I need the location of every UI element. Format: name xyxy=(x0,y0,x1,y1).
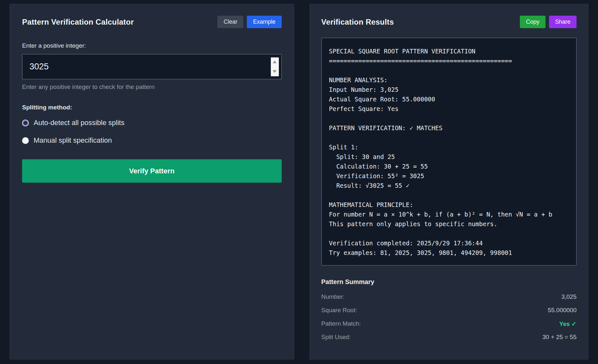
pattern-summary-heading: Pattern Summary xyxy=(321,278,577,286)
radio-option-manual-split[interactable]: Manual split specification xyxy=(22,136,282,145)
integer-input-label: Enter a positive integer: xyxy=(22,42,282,49)
radio-selected-icon[interactable] xyxy=(22,120,29,126)
summary-row-split-used: Split Used: 30 + 25 = 55 xyxy=(321,330,577,344)
summary-value: 30 + 25 = 55 xyxy=(542,334,577,341)
results-header: Verification Results Copy Share xyxy=(321,16,577,28)
summary-value: 55.000000 xyxy=(548,307,577,314)
page-title: Pattern Verification Calculator xyxy=(22,18,134,27)
radio-option-auto-detect[interactable]: Auto-detect all possible splits xyxy=(22,119,282,127)
summary-row-square-root: Square Root: 55.000000 xyxy=(321,304,577,317)
summary-label: Split Used: xyxy=(321,334,351,341)
share-button[interactable]: Share xyxy=(549,16,577,28)
integer-input-wrap xyxy=(22,54,282,79)
splitting-method-label: Splitting method: xyxy=(22,104,282,111)
summary-value-pattern-match: Yes ✓ xyxy=(559,320,577,328)
calculator-panel: Pattern Verification Calculator Clear Ex… xyxy=(10,4,294,360)
number-spinner xyxy=(271,57,279,76)
copy-button[interactable]: Copy xyxy=(520,16,545,28)
summary-label: Number: xyxy=(321,293,345,300)
summary-label: Pattern Match: xyxy=(321,320,361,327)
verification-output-text: SPECIAL SQUARE ROOT PATTERN VERIFICATION… xyxy=(329,46,569,257)
results-title: Verification Results xyxy=(321,18,394,27)
spinner-down-button[interactable] xyxy=(271,67,279,76)
summary-row-number: Number: 3,025 xyxy=(321,290,577,304)
calculator-header: Pattern Verification Calculator Clear Ex… xyxy=(22,16,282,28)
summary-label: Square Root: xyxy=(321,307,357,314)
example-button[interactable]: Example xyxy=(247,16,281,28)
results-panel: Verification Results Copy Share SPECIAL … xyxy=(310,4,589,360)
integer-input[interactable] xyxy=(22,54,282,79)
radio-unselected-icon[interactable] xyxy=(22,137,29,144)
summary-row-pattern-match: Pattern Match: Yes ✓ xyxy=(321,317,577,330)
spinner-up-button[interactable] xyxy=(271,57,279,67)
arrow-up-icon xyxy=(273,61,277,63)
summary-value: 3,025 xyxy=(561,293,577,300)
verification-output-box: SPECIAL SQUARE ROOT PATTERN VERIFICATION… xyxy=(321,38,577,265)
clear-button[interactable]: Clear xyxy=(217,16,243,28)
verify-pattern-button[interactable]: Verify Pattern xyxy=(22,159,282,183)
page: Pattern Verification Calculator Clear Ex… xyxy=(0,0,598,363)
integer-input-help: Enter any positive integer to check for … xyxy=(22,83,282,91)
radio-option-label: Auto-detect all possible splits xyxy=(34,119,125,127)
arrow-down-icon xyxy=(273,70,277,73)
calculator-actions: Clear Example xyxy=(217,16,281,28)
results-actions: Copy Share xyxy=(520,16,577,28)
radio-option-label: Manual split specification xyxy=(34,136,112,145)
pattern-summary-rows: Number: 3,025 Square Root: 55.000000 Pat… xyxy=(321,290,577,344)
